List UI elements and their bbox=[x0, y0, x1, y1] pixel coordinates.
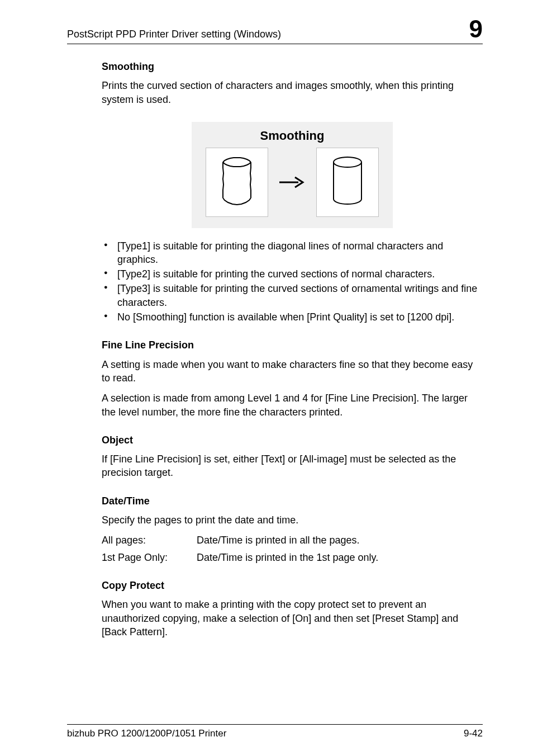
cylinder-rough-icon bbox=[221, 154, 253, 210]
page-footer: bizhub PRO 1200/1200P/1051 Printer 9-42 bbox=[67, 724, 483, 739]
heading-copy-protect: Copy Protect bbox=[102, 579, 483, 592]
figure-background: Smoothing bbox=[192, 122, 393, 228]
datetime-definitions: All pages: Date/Time is printed in all t… bbox=[102, 533, 483, 564]
smoothing-figure: Smoothing bbox=[192, 122, 393, 228]
footer-page-number: 9-42 bbox=[464, 728, 483, 739]
figure-after-cell bbox=[316, 148, 379, 217]
definition-label: 1st Page Only: bbox=[102, 551, 197, 564]
definition-row: All pages: Date/Time is printed in all t… bbox=[102, 533, 483, 547]
page-header: PostScript PPD Printer Driver setting (W… bbox=[67, 17, 483, 44]
cylinder-smooth-icon bbox=[332, 154, 363, 210]
footer-product: bizhub PRO 1200/1200P/1051 Printer bbox=[67, 728, 226, 739]
svg-point-1 bbox=[334, 157, 361, 167]
heading-smoothing: Smoothing bbox=[102, 60, 483, 73]
header-chapter-number: 9 bbox=[469, 17, 483, 41]
list-item: [Type3] is suitable for printing the cur… bbox=[102, 282, 483, 309]
page: PostScript PPD Printer Driver setting (W… bbox=[0, 0, 533, 756]
fine-line-p2: A selection is made from among Level 1 a… bbox=[102, 391, 483, 419]
smoothing-bullet-list: [Type1] is suitable for printing the dia… bbox=[102, 239, 483, 324]
heading-datetime: Date/Time bbox=[102, 494, 483, 508]
fine-line-p1: A setting is made when you want to make … bbox=[102, 358, 483, 385]
list-item: [Type2] is suitable for printing the cur… bbox=[102, 267, 483, 281]
definition-label: All pages: bbox=[102, 533, 197, 547]
figure-title: Smoothing bbox=[195, 125, 389, 148]
definition-value: Date/Time is printed in the 1st page onl… bbox=[197, 551, 378, 564]
heading-fine-line: Fine Line Precision bbox=[102, 338, 483, 352]
datetime-intro: Specify the pages to print the date and … bbox=[102, 513, 483, 527]
smoothing-intro: Prints the curved section of characters … bbox=[102, 79, 483, 106]
page-content: Smoothing Prints the curved section of c… bbox=[67, 44, 483, 639]
definition-value: Date/Time is printed in all the pages. bbox=[197, 533, 359, 547]
list-item: [Type1] is suitable for printing the dia… bbox=[102, 239, 483, 267]
copy-protect-p: When you want to make a printing with th… bbox=[102, 598, 483, 639]
figure-row bbox=[195, 148, 389, 217]
definition-row: 1st Page Only: Date/Time is printed in t… bbox=[102, 551, 483, 564]
object-p: If [Fine Line Precision] is set, either … bbox=[102, 452, 483, 480]
header-section-title: PostScript PPD Printer Driver setting (W… bbox=[67, 29, 281, 40]
list-item: No [Smoothing] function is available whe… bbox=[102, 310, 483, 324]
arrow-right-icon bbox=[278, 174, 306, 191]
heading-object: Object bbox=[102, 433, 483, 447]
figure-before-cell bbox=[206, 148, 268, 217]
